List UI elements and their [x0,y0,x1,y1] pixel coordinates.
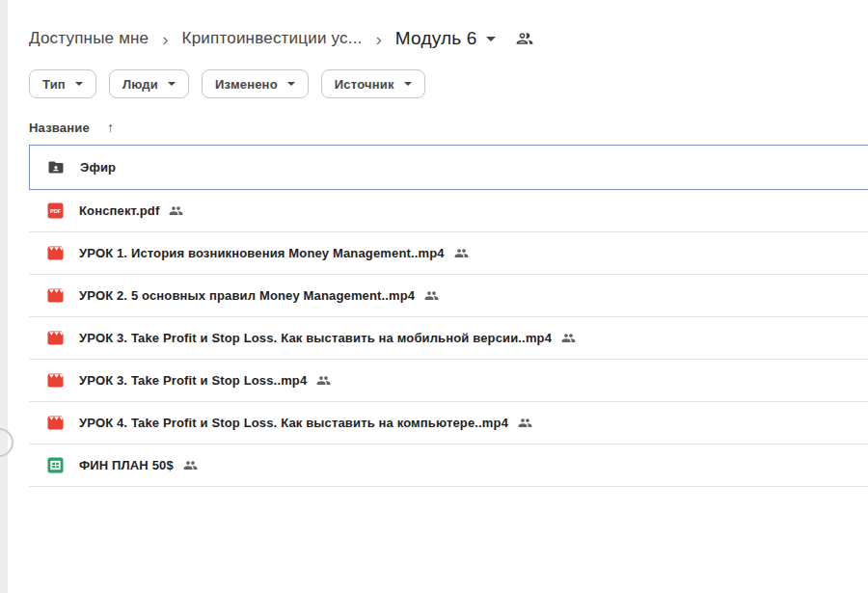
filter-chip-source[interactable]: Источник [321,69,425,98]
breadcrumb: Доступные мне › Криптоинвестиции ус... ›… [29,23,534,54]
shared-people-icon [316,373,331,388]
breadcrumb-shared-with-me[interactable]: Доступные мне [29,29,149,48]
video-icon [46,372,64,390]
table-row-folder[interactable]: Эфир [29,145,868,190]
chip-label: Изменено [215,77,278,92]
filter-chip-bar: Тип Люди Изменено Источник [29,69,425,98]
file-name: УРОК 4. Take Profit и Stop Loss. Как выс… [79,416,508,430]
file-name: УРОК 2. 5 основных правил Money Manageme… [79,288,415,303]
file-list: Эфир PDF Конспект.pdf УРОК 1. История во… [29,145,868,487]
shared-people-icon [561,331,576,345]
table-row-video[interactable]: УРОК 2. 5 основных правил Money Manageme… [29,275,868,317]
video-icon [46,287,64,305]
shared-people-icon [454,246,469,260]
file-name: УРОК 3. Take Profit и Stop Loss. Как выс… [79,331,552,345]
shared-people-icon [424,288,439,303]
video-icon [46,245,64,262]
filter-chip-type[interactable]: Тип [29,69,96,98]
table-row-pdf[interactable]: PDF Конспект.pdf [29,190,868,232]
svg-text:PDF: PDF [49,208,61,214]
table-row-video[interactable]: УРОК 3. Take Profit и Stop Loss. Как выс… [29,317,868,360]
chevron-right-icon: › [162,30,168,48]
column-header-name[interactable]: Название ↑ [29,120,114,135]
name-header-label: Название [29,121,90,135]
file-name: Эфир [80,160,116,175]
chip-label: Источник [335,77,394,92]
current-folder-label: Модуль 6 [395,28,477,48]
chevron-down-icon [486,37,496,41]
video-icon [46,415,64,432]
edge-partial-circle [0,428,14,457]
pdf-icon: PDF [46,202,64,220]
window-left-edge [0,0,8,593]
chevron-right-icon: › [376,30,382,48]
file-name: УРОК 1. История возникновения Money Mana… [79,246,445,260]
shared-people-icon [169,203,183,218]
table-row-spreadsheet[interactable]: ФИН ПЛАН 50$ [29,445,868,487]
table-row-video[interactable]: УРОК 1. История возникновения Money Mana… [29,232,868,275]
spreadsheet-icon [46,457,64,474]
filter-chip-modified[interactable]: Изменено [202,69,309,98]
people-outline-icon [515,29,534,48]
file-name: Конспект.pdf [79,203,159,218]
chip-label: Люди [122,77,158,92]
shared-folder-icon [47,159,65,176]
sort-ascending-icon[interactable]: ↑ [107,120,114,135]
chevron-down-icon [287,82,295,86]
table-row-video[interactable]: УРОК 3. Take Profit и Stop Loss..mp4 [29,360,868,402]
video-icon [46,330,64,347]
table-row-video[interactable]: УРОК 4. Take Profit и Stop Loss. Как выс… [29,402,868,445]
shared-people-icon [183,458,198,472]
file-name: ФИН ПЛАН 50$ [79,458,174,472]
filter-chip-people[interactable]: Люди [109,69,189,98]
breadcrumb-current-folder[interactable]: Модуль 6 [395,28,496,49]
breadcrumb-course-folder[interactable]: Криптоинвестиции ус... [182,29,363,48]
chevron-down-icon [168,82,176,86]
shared-people-icon [518,416,532,430]
file-name: УРОК 3. Take Profit и Stop Loss..mp4 [79,373,307,388]
chevron-down-icon [404,82,412,86]
chip-label: Тип [42,77,66,92]
chevron-down-icon [75,82,83,86]
